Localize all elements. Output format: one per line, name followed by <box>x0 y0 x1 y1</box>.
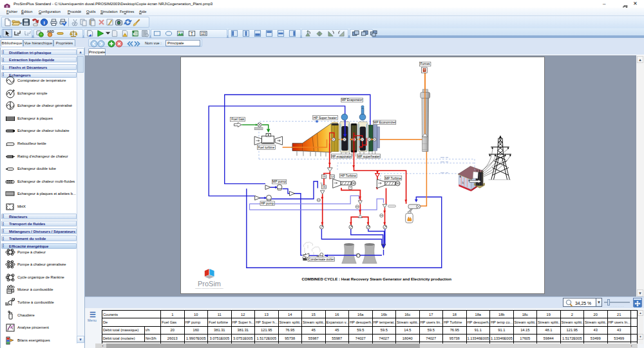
svg-text:T: T <box>191 32 193 36</box>
svg-text:15: 15 <box>322 175 325 178</box>
svg-text:HP evaporator: HP evaporator <box>331 155 352 158</box>
svg-text:123: 123 <box>201 32 206 35</box>
svg-text:HP Super heater: HP Super heater <box>314 116 337 120</box>
svg-text:HP Turbine: HP Turbine <box>341 174 357 178</box>
svg-text:MP pump: MP pump <box>272 180 286 183</box>
svg-text:!: ! <box>124 33 125 37</box>
svg-text:16: 16 <box>322 185 325 188</box>
svg-text:Software & Services In Process: Software & Services In Process Simulatio… <box>195 288 223 289</box>
svg-text:34,25 %: 34,25 % <box>575 301 591 306</box>
svg-text:14: 14 <box>330 175 334 178</box>
svg-text:HP pump: HP pump <box>261 202 274 205</box>
svg-text:*2: *2 <box>320 183 323 185</box>
svg-text:MP Evaporator: MP Evaporator <box>341 98 363 102</box>
svg-text:MP Turbine: MP Turbine <box>385 177 401 180</box>
svg-text:X: X <box>133 32 135 36</box>
svg-text:Fuel turbine: Fuel turbine <box>258 146 274 149</box>
svg-text:Condensate outlet: Condensate outlet <box>308 258 334 261</box>
svg-text:Fuel Gas: Fuel Gas <box>231 118 244 121</box>
svg-text:i: i <box>43 20 44 26</box>
svg-text:Fumes: Fumes <box>421 62 431 66</box>
svg-text:COMBINED CYCLE : Heat Recovery: COMBINED CYCLE : Heat Recovery Steam Gen… <box>301 277 451 281</box>
svg-text:MP Economizer: MP Economizer <box>374 121 396 124</box>
svg-text:ProSim: ProSim <box>198 280 221 288</box>
svg-text:MP superheater: MP superheater <box>357 155 380 158</box>
